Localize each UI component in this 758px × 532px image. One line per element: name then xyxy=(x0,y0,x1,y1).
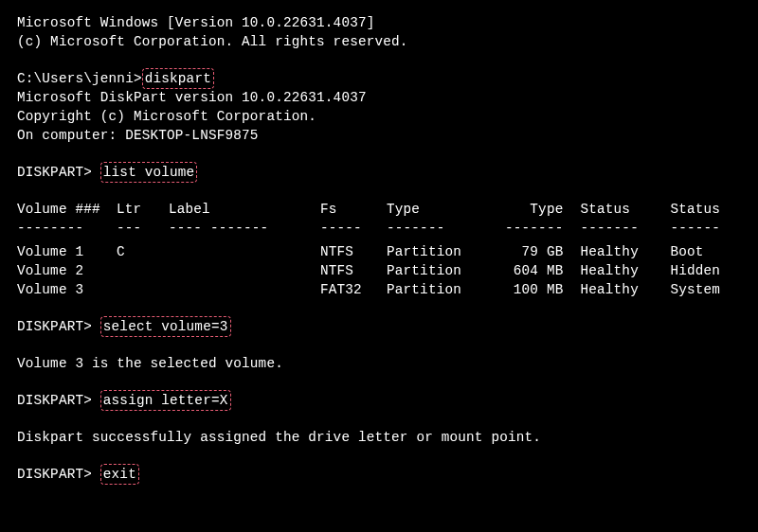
command-select-volume: select volume=3 xyxy=(100,316,231,337)
cell-status1: Healthy xyxy=(580,261,670,280)
diskpart-version: Microsoft DiskPart version 10.0.22631.40… xyxy=(17,88,741,107)
cell-status2: Hidden xyxy=(670,261,720,280)
cell-status2: Boot xyxy=(670,242,720,261)
prompt-prefix: DISKPART> xyxy=(17,319,100,334)
cell-label xyxy=(169,261,320,280)
prompt-prefix: DISKPART> xyxy=(17,393,100,408)
cell-status1: Healthy xyxy=(580,242,670,261)
col-label: Label xyxy=(169,200,320,219)
cell-type2: 79 GB xyxy=(505,242,580,261)
volume-table: Volume ### Ltr Label Fs Type Type Status… xyxy=(17,200,720,299)
prompt-prefix: C:\Users\jenni> xyxy=(17,71,142,86)
header-line-2: (c) Microsoft Corporation. All rights re… xyxy=(17,32,741,51)
cell-fs: FAT32 xyxy=(320,280,387,299)
cell-type1: Partition xyxy=(387,261,505,280)
col-ltr: Ltr xyxy=(117,200,169,219)
col-status2: Status xyxy=(670,200,720,219)
cell-volume: Volume 3 xyxy=(17,280,117,299)
cell-ltr xyxy=(117,261,169,280)
response-select: Volume 3 is the selected volume. xyxy=(17,354,741,373)
cell-label xyxy=(169,242,320,261)
prompt-assign-letter: DISKPART> assign letter=X xyxy=(17,391,741,410)
col-fs: Fs xyxy=(320,200,387,219)
header-line-1: Microsoft Windows [Version 10.0.22631.40… xyxy=(17,13,741,32)
prompt-prefix: DISKPART> xyxy=(17,165,100,180)
col-volume: Volume ### xyxy=(17,200,117,219)
prompt-select-volume: DISKPART> select volume=3 xyxy=(17,317,741,336)
cell-status1: Healthy xyxy=(580,280,670,299)
prompt-diskpart: C:\Users\jenni>diskpart xyxy=(17,69,741,88)
table-dash-row: -------- --- ---- ------- ----- ------- … xyxy=(17,219,720,238)
table-header-row: Volume ### Ltr Label Fs Type Type Status… xyxy=(17,200,720,219)
col-type2: Type xyxy=(505,200,580,219)
prompt-prefix: DISKPART> xyxy=(17,467,100,482)
command-assign-letter: assign letter=X xyxy=(100,390,231,411)
col-type1: Type xyxy=(387,200,505,219)
cell-type1: Partition xyxy=(387,280,505,299)
cell-fs: NTFS xyxy=(320,261,387,280)
diskpart-computer: On computer: DESKTOP-LNSF9875 xyxy=(17,126,741,145)
response-assign: Diskpart successfully assigned the drive… xyxy=(17,428,741,447)
command-exit: exit xyxy=(100,464,139,485)
table-row: Volume 2 NTFS Partition 604 MB Healthy H… xyxy=(17,261,720,280)
cell-fs: NTFS xyxy=(320,242,387,261)
cell-type2: 604 MB xyxy=(505,261,580,280)
cell-ltr xyxy=(117,280,169,299)
cell-volume: Volume 2 xyxy=(17,261,117,280)
cell-type2: 100 MB xyxy=(505,280,580,299)
prompt-list-volume: DISKPART> list volume xyxy=(17,163,741,182)
table-row: Volume 1 C NTFS Partition 79 GB Healthy … xyxy=(17,242,720,261)
command-diskpart: diskpart xyxy=(142,68,214,89)
col-status1: Status xyxy=(580,200,670,219)
cell-ltr: C xyxy=(117,242,169,261)
table-row: Volume 3 FAT32 Partition 100 MB Healthy … xyxy=(17,280,720,299)
cell-type1: Partition xyxy=(387,242,505,261)
prompt-exit: DISKPART> exit xyxy=(17,465,741,484)
diskpart-copyright: Copyright (c) Microsoft Corporation. xyxy=(17,107,741,126)
cell-volume: Volume 1 xyxy=(17,242,117,261)
cell-label xyxy=(169,280,320,299)
cell-status2: System xyxy=(670,280,720,299)
command-list-volume: list volume xyxy=(100,162,198,183)
